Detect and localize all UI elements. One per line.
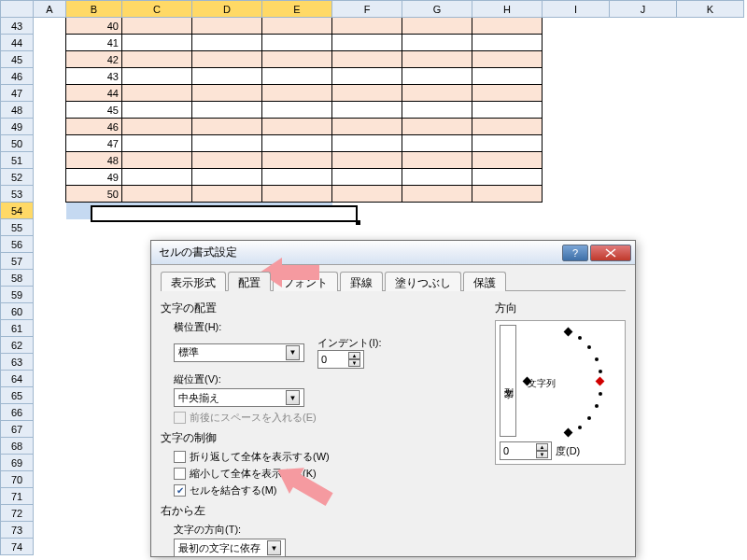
column-header-D[interactable]: D <box>192 1 262 18</box>
cell-B70[interactable] <box>66 471 122 488</box>
row-header-44[interactable]: 44 <box>1 35 34 51</box>
cell-K54[interactable] <box>677 203 744 219</box>
cell-B46[interactable]: 43 <box>66 68 122 85</box>
dialog-titlebar[interactable]: セルの書式設定 ? <box>151 241 635 265</box>
cell-F50[interactable] <box>332 135 402 152</box>
cell-E46[interactable] <box>262 68 332 85</box>
cell-B63[interactable] <box>66 354 122 371</box>
cell-A48[interactable] <box>34 102 66 119</box>
shrink-to-fit-checkbox[interactable] <box>174 468 186 480</box>
cell-E54[interactable] <box>262 203 332 219</box>
row-header-68[interactable]: 68 <box>1 438 34 455</box>
cell-K51[interactable] <box>677 152 744 169</box>
cell-A54[interactable] <box>34 203 66 219</box>
cell-B53[interactable]: 50 <box>66 186 122 203</box>
cell-B71[interactable] <box>66 488 122 505</box>
cell-K69[interactable] <box>677 455 744 471</box>
indent-spinner[interactable]: 0 ▲▼ <box>317 350 364 369</box>
cell-G47[interactable] <box>402 85 472 102</box>
cell-A60[interactable] <box>34 303 66 320</box>
cell-D53[interactable] <box>192 186 262 203</box>
dialog-close-button[interactable] <box>590 245 631 261</box>
cell-J50[interactable] <box>610 135 677 152</box>
row-header-53[interactable]: 53 <box>1 186 34 203</box>
row-header-51[interactable]: 51 <box>1 152 34 169</box>
cell-K58[interactable] <box>677 270 744 287</box>
cell-H50[interactable] <box>472 135 543 152</box>
row-header-49[interactable]: 49 <box>1 119 34 135</box>
row-header-55[interactable]: 55 <box>1 219 34 236</box>
cell-D48[interactable] <box>192 102 262 119</box>
cell-I47[interactable] <box>543 85 610 102</box>
wrap-text-checkbox[interactable] <box>174 451 186 463</box>
cell-A47[interactable] <box>34 85 66 102</box>
vertical-align-combo[interactable]: 中央揃え ▼ <box>174 388 304 407</box>
cell-C43[interactable] <box>122 18 192 35</box>
row-header-73[interactable]: 73 <box>1 522 34 539</box>
cell-C48[interactable] <box>122 102 192 119</box>
cell-A58[interactable] <box>34 270 66 287</box>
row-header-56[interactable]: 56 <box>1 236 34 253</box>
cell-A70[interactable] <box>34 471 66 488</box>
cell-K65[interactable] <box>677 387 744 404</box>
cell-I44[interactable] <box>543 35 610 51</box>
cell-F54[interactable] <box>332 203 402 219</box>
cell-H46[interactable] <box>472 68 543 85</box>
cell-K62[interactable] <box>677 337 744 354</box>
cell-A50[interactable] <box>34 135 66 152</box>
row-header-70[interactable]: 70 <box>1 471 34 488</box>
cell-E44[interactable] <box>262 35 332 51</box>
cell-K70[interactable] <box>677 471 744 488</box>
cell-B64[interactable] <box>66 371 122 387</box>
row-header-47[interactable]: 47 <box>1 85 34 102</box>
cell-K61[interactable] <box>677 320 744 337</box>
dialog-tab-4[interactable]: 塗りつぶし <box>385 272 461 291</box>
cell-C50[interactable] <box>122 135 192 152</box>
row-header-59[interactable]: 59 <box>1 287 34 303</box>
cell-A52[interactable] <box>34 169 66 186</box>
cell-A72[interactable] <box>34 505 66 522</box>
cell-J54[interactable] <box>610 203 677 219</box>
cell-A66[interactable] <box>34 404 66 421</box>
cell-D54[interactable] <box>192 203 262 219</box>
row-header-71[interactable]: 71 <box>1 488 34 505</box>
cell-B55[interactable] <box>66 219 122 236</box>
cell-A65[interactable] <box>34 387 66 404</box>
cell-K67[interactable] <box>677 421 744 438</box>
cell-A56[interactable] <box>34 236 66 253</box>
cell-B73[interactable] <box>66 522 122 539</box>
row-header-63[interactable]: 63 <box>1 354 34 371</box>
cell-I46[interactable] <box>543 68 610 85</box>
cell-C45[interactable] <box>122 51 192 68</box>
cell-K48[interactable] <box>677 102 744 119</box>
cell-E45[interactable] <box>262 51 332 68</box>
cell-B60[interactable] <box>66 303 122 320</box>
cell-B57[interactable] <box>66 253 122 270</box>
row-header-58[interactable]: 58 <box>1 270 34 287</box>
cell-F46[interactable] <box>332 68 402 85</box>
cell-E48[interactable] <box>262 102 332 119</box>
cell-A67[interactable] <box>34 421 66 438</box>
cell-H51[interactable] <box>472 152 543 169</box>
cell-I49[interactable] <box>543 119 610 135</box>
column-header-I[interactable]: I <box>543 1 610 18</box>
column-header-K[interactable]: K <box>677 1 744 18</box>
cell-K66[interactable] <box>677 404 744 421</box>
cell-A62[interactable] <box>34 337 66 354</box>
cell-I51[interactable] <box>543 152 610 169</box>
cell-B61[interactable] <box>66 320 122 337</box>
cell-B44[interactable]: 41 <box>66 35 122 51</box>
cell-J55[interactable] <box>610 219 677 236</box>
cell-G50[interactable] <box>402 135 472 152</box>
cell-G48[interactable] <box>402 102 472 119</box>
dialog-help-button[interactable]: ? <box>562 245 588 261</box>
cell-G43[interactable] <box>402 18 472 35</box>
cell-A51[interactable] <box>34 152 66 169</box>
cell-E49[interactable] <box>262 119 332 135</box>
cell-F49[interactable] <box>332 119 402 135</box>
cell-K53[interactable] <box>677 186 744 203</box>
row-header-69[interactable]: 69 <box>1 455 34 471</box>
cell-F48[interactable] <box>332 102 402 119</box>
orientation-control[interactable]: 文字列 文字列 <box>495 320 626 465</box>
cell-H47[interactable] <box>472 85 543 102</box>
